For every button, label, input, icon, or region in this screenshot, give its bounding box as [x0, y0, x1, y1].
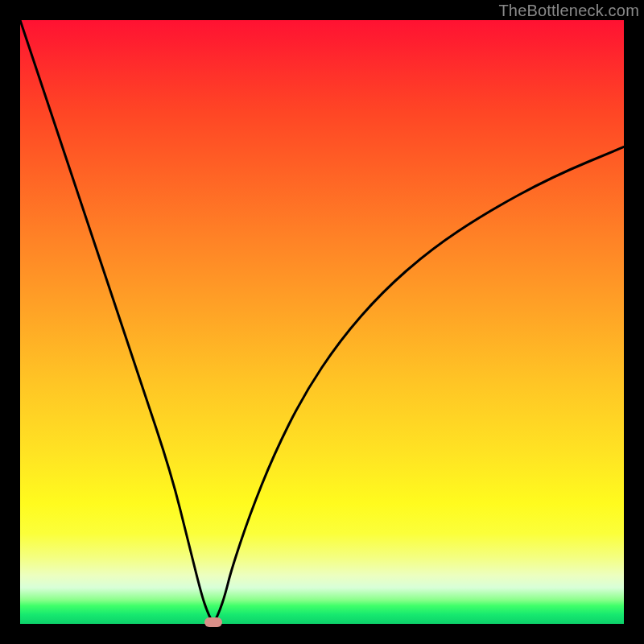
- chart-frame: TheBottleneck.com: [0, 0, 644, 644]
- watermark-text: TheBottleneck.com: [498, 2, 639, 20]
- bottleneck-curve: [20, 20, 624, 621]
- plot-area: [20, 20, 624, 624]
- minimum-marker: [204, 617, 222, 627]
- curve-svg: [20, 20, 624, 624]
